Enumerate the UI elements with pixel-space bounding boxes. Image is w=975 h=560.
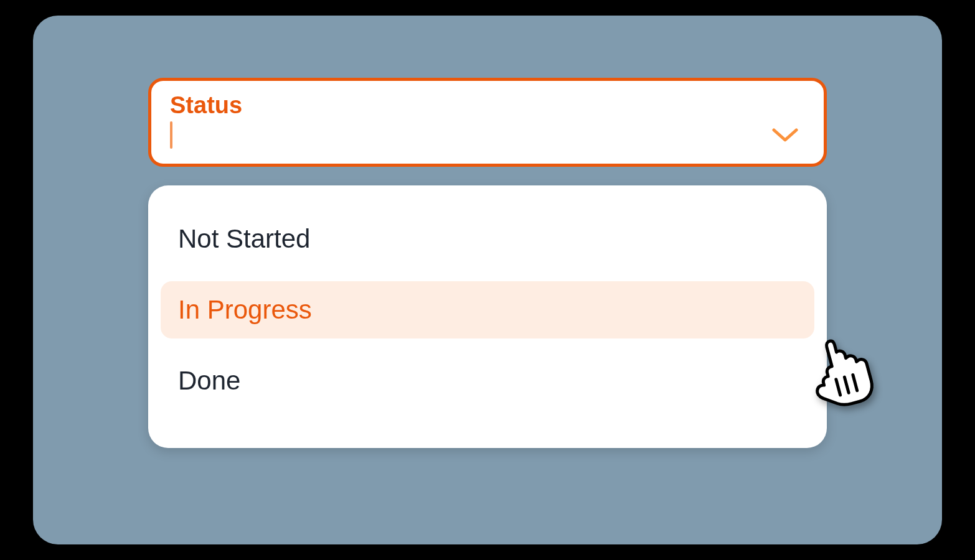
option-not-started[interactable]: Not Started — [161, 210, 814, 268]
status-select-field[interactable]: Status — [148, 78, 827, 167]
select-label: Status — [170, 92, 805, 119]
dropdown-panel: Not Started In Progress Done — [148, 185, 827, 448]
option-label: Done — [178, 366, 240, 395]
select-value-row — [170, 121, 805, 149]
svg-line-2 — [853, 375, 857, 390]
option-label: Not Started — [178, 224, 310, 253]
canvas: Status Not Started In Progress Done — [33, 16, 942, 544]
text-cursor-caret — [170, 121, 172, 149]
svg-line-0 — [836, 380, 841, 395]
option-done[interactable]: Done — [161, 352, 814, 409]
option-label: In Progress — [178, 295, 312, 324]
option-in-progress[interactable]: In Progress — [161, 281, 814, 338]
svg-line-1 — [844, 377, 849, 393]
chevron-down-icon[interactable] — [771, 126, 799, 144]
